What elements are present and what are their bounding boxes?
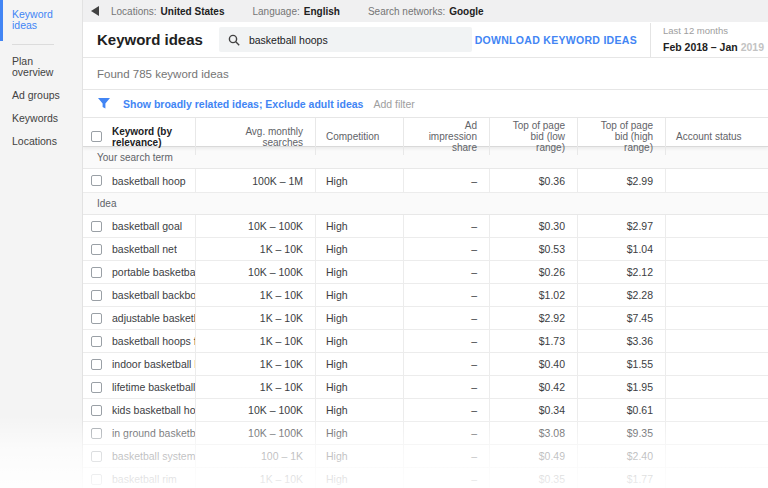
bid-low-cell: $2.92 (490, 307, 578, 329)
sidebar-item-ad-groups[interactable]: Ad groups (0, 84, 82, 107)
competition-cell: High (316, 238, 404, 260)
keyword-search-input[interactable]: basketball hoops (219, 27, 472, 52)
column-keyword[interactable]: Keyword (by relevance) (83, 118, 196, 155)
row-checkbox[interactable] (91, 359, 102, 370)
sidebar-item-keywords[interactable]: Keywords (0, 107, 82, 130)
account-status-cell (666, 445, 768, 467)
keyword-label: portable basketball hoop (112, 266, 195, 278)
row-checkbox[interactable] (91, 244, 102, 255)
competition-cell: High (316, 330, 404, 352)
keyword-cell: basketball hoop (83, 169, 196, 192)
topbar-setting[interactable]: Language: English (253, 6, 340, 17)
date-range-label: Last 12 months (663, 25, 764, 37)
keyword-label: kids basketball hoop (112, 404, 195, 416)
account-status-cell (666, 307, 768, 329)
competition-cell: High (316, 215, 404, 237)
keyword-planner-app: Keyword ideas Plan overview Ad groups Ke… (0, 0, 768, 488)
column-competition[interactable]: Competition (316, 118, 404, 155)
row-checkbox[interactable] (91, 428, 102, 439)
row-checkbox[interactable] (91, 451, 102, 462)
bid-high-cell: $2.40 (578, 445, 666, 467)
keyword-cell: basketball hoops for sale (83, 330, 196, 352)
keyword-label: basketball rim (112, 473, 177, 485)
keyword-label: basketball net (112, 243, 177, 255)
account-status-cell (666, 353, 768, 375)
sidebar-item-keyword-ideas[interactable]: Keyword ideas (0, 0, 82, 41)
targeting-settings: Locations: United States Language: Engli… (111, 6, 484, 17)
bid-high-cell: $7.45 (578, 307, 666, 329)
keyword-cell: basketball goal (83, 215, 196, 237)
competition-cell: High (316, 422, 404, 444)
bid-high-cell: $2.97 (578, 215, 666, 237)
bid-low-cell: $0.35 (490, 468, 578, 488)
keyword-cell: indoor basketball hoop (83, 353, 196, 375)
section-label: Idea (97, 198, 116, 209)
results-count-text: Found 785 keyword ideas (97, 68, 229, 80)
avg-monthly-searches-cell: 1K – 10K (196, 284, 316, 306)
download-keyword-ideas-button[interactable]: DOWNLOAD KEYWORD IDEAS (475, 34, 637, 46)
search-value: basketball hoops (249, 34, 328, 46)
column-ad-impression-share[interactable]: Ad impression share (404, 118, 490, 155)
topbar-setting[interactable]: Locations: United States (111, 6, 225, 17)
keyword-cell: lifetime basketball hoop (83, 376, 196, 398)
add-filter-button[interactable]: Add filter (373, 98, 414, 110)
active-filters-link[interactable]: Show broadly related ideas; Exclude adul… (123, 98, 363, 110)
ad-impression-share-cell: – (404, 353, 490, 375)
avg-monthly-searches-cell: 1K – 10K (196, 307, 316, 329)
column-bid-high[interactable]: Top of page bid (high range) (578, 118, 666, 155)
select-all-checkbox[interactable] (91, 131, 102, 142)
ad-impression-share-cell: – (404, 422, 490, 444)
keyword-cell: basketball backboard (83, 284, 196, 306)
ad-impression-share-cell: – (404, 284, 490, 306)
table-body: Your search term basketball hoop 100K – … (83, 147, 768, 488)
filter-bar: Show broadly related ideas; Exclude adul… (83, 90, 768, 117)
topbar: Locations: United States Language: Engli… (83, 0, 768, 22)
column-avg-monthly-searches[interactable]: Avg. monthly searches (196, 118, 316, 155)
search-icon (228, 34, 240, 46)
ad-impression-share-cell: – (404, 330, 490, 352)
topbar-setting[interactable]: Search networks: Google (368, 6, 484, 17)
keyword-label: in ground basketball ho.. (112, 427, 195, 439)
row-checkbox[interactable] (91, 474, 102, 485)
row-checkbox[interactable] (91, 290, 102, 301)
table-row: portable basketball hoop 10K – 100K High… (83, 261, 768, 284)
bid-low-cell: $1.73 (490, 330, 578, 352)
ad-impression-share-cell: – (404, 307, 490, 329)
row-checkbox[interactable] (91, 313, 102, 324)
results-count-bar: Found 785 keyword ideas (83, 58, 768, 90)
row-checkbox[interactable] (91, 175, 102, 186)
row-checkbox[interactable] (91, 382, 102, 393)
keyword-cell: kids basketball hoop (83, 399, 196, 421)
setting-label: Locations: (111, 6, 157, 17)
sidebar-item-locations[interactable]: Locations (0, 130, 82, 153)
sidebar-item-plan-overview[interactable]: Plan overview (0, 50, 82, 84)
account-status-cell (666, 399, 768, 421)
row-checkbox[interactable] (91, 405, 102, 416)
avg-monthly-searches-cell: 1K – 10K (196, 468, 316, 488)
setting-label: Search networks: (368, 6, 445, 17)
competition-cell: High (316, 445, 404, 467)
avg-monthly-searches-cell: 1K – 10K (196, 353, 316, 375)
column-bid-low[interactable]: Top of page bid (low range) (490, 118, 578, 155)
row-checkbox[interactable] (91, 221, 102, 232)
avg-monthly-searches-cell: 1K – 10K (196, 330, 316, 352)
date-range-selector[interactable]: Last 12 months Feb 2018 – Jan 2019 (650, 23, 768, 57)
sidebar-divider (12, 44, 54, 45)
bid-low-cell: $0.49 (490, 445, 578, 467)
row-checkbox[interactable] (91, 336, 102, 347)
date-range-year: 2019 (741, 41, 764, 53)
column-account-status[interactable]: Account status (666, 118, 768, 155)
keyword-label: lifetime basketball hoop (112, 381, 195, 393)
table-row: basketball rim 1K – 10K High – $0.35 $1.… (83, 468, 768, 488)
keyword-cell: basketball rim (83, 468, 196, 488)
keyword-cell: portable basketball hoop (83, 261, 196, 283)
row-checkbox[interactable] (91, 267, 102, 278)
account-status-cell (666, 284, 768, 306)
collapse-panel-icon[interactable] (91, 6, 101, 16)
bid-low-cell: $0.53 (490, 238, 578, 260)
bid-low-cell: $0.42 (490, 376, 578, 398)
table-row: lifetime basketball hoop 1K – 10K High –… (83, 376, 768, 399)
table-header: Keyword (by relevance) Avg. monthly sear… (83, 117, 768, 147)
account-status-cell (666, 330, 768, 352)
ad-impression-share-cell: – (404, 261, 490, 283)
